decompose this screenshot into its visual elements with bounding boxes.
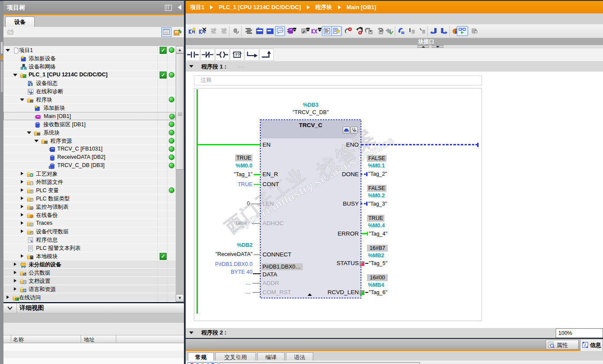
svg-text:??: ??: [235, 52, 240, 57]
svg-text:i: i: [584, 343, 586, 348]
